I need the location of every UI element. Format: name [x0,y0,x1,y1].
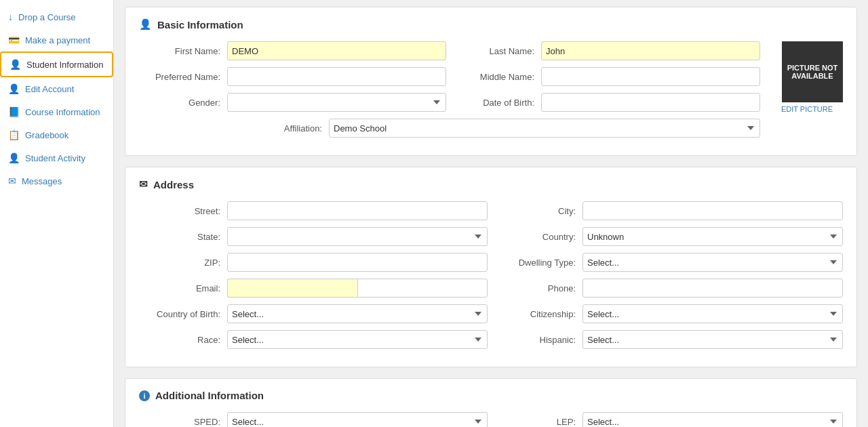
email-split-input [227,279,488,298]
student-picture: PICTURE NOT AVAILABLE [782,41,843,102]
last-name-input[interactable] [541,41,760,60]
messages-icon: ✉ [8,176,16,186]
dob-group: Date of Birth: [453,93,760,112]
email-input-right[interactable] [357,279,488,298]
citizenship-group: Citizenship: Select... [494,304,843,323]
phone-input[interactable] [583,279,843,298]
sidebar-item-label: Make a payment [25,35,90,45]
edit-picture-link[interactable]: EDIT PICTURE [781,105,833,113]
preferred-name-group: Preferred Name: [139,67,446,86]
basic-info-title: 👤 Basic Information [139,18,843,30]
zip-input[interactable] [227,253,488,272]
course-info-icon: 📘 [8,106,20,117]
email-phone-row: Email: Phone: [139,279,843,298]
dob-input[interactable] [541,93,760,112]
first-name-input[interactable] [227,41,446,60]
gender-group: Gender: Male Female [139,93,446,112]
sidebar-item-make-payment[interactable]: 💳 Make a payment [0,28,113,52]
middle-name-group: Middle Name: [453,67,760,86]
middle-name-input[interactable] [541,67,760,86]
sidebar: ↓ Drop a Course 💳 Make a payment 👤 Stude… [0,0,114,427]
city-label: City: [494,206,583,216]
sidebar-item-label: Student Information [26,60,103,70]
address-section: ✉ Address Street: City: State: Cou [125,167,857,367]
student-activity-icon: 👤 [8,152,20,163]
dwelling-select[interactable]: Select... [583,253,843,272]
additional-info-title: i Additional Information [139,390,843,401]
sidebar-item-label: Course Information [25,107,100,117]
zip-group: ZIP: [139,253,488,272]
email-label: Email: [139,283,227,293]
zip-dwelling-row: ZIP: Dwelling Type: Select... [139,253,843,272]
country-select[interactable]: Unknown [583,227,843,246]
basic-info-top: First Name: Last Name: Preferred Name: [139,41,843,144]
lep-group: LEP: Select... [494,412,843,427]
last-name-group: Last Name: [453,41,760,60]
state-select[interactable] [227,227,488,246]
address-icon: ✉ [139,178,148,190]
sidebar-item-drop-course[interactable]: ↓ Drop a Course [0,5,113,28]
edit-account-icon: 👤 [8,83,20,94]
first-name-group: First Name: [139,41,446,60]
lep-label: LEP: [494,417,583,427]
hispanic-select[interactable]: Select... [583,330,843,349]
dwelling-group: Dwelling Type: Select... [494,253,843,272]
dob-label: Date of Birth: [453,98,541,108]
sidebar-item-course-information[interactable]: 📘 Course Information [0,100,113,123]
payment-icon: 💳 [8,35,20,45]
email-group: Email: [139,279,488,298]
basic-info-section: 👤 Basic Information First Name: Last Nam… [125,7,857,156]
sidebar-item-gradebook[interactable]: 📋 Gradebook [0,123,113,146]
main-content: 👤 Basic Information First Name: Last Nam… [114,0,868,427]
dwelling-label: Dwelling Type: [494,258,583,268]
city-input[interactable] [583,201,843,220]
phone-label: Phone: [494,283,583,293]
sidebar-item-student-information[interactable]: 👤 Student Information [0,52,113,77]
sped-label: SPED: [139,417,227,427]
lep-select[interactable]: Select... [583,412,843,427]
middle-name-label: Middle Name: [453,72,541,82]
sidebar-item-label: Gradebook [25,130,68,140]
country-birth-label: Country of Birth: [139,309,227,319]
last-name-label: Last Name: [453,46,541,56]
sped-group: SPED: Select... [139,412,488,427]
sidebar-item-label: Student Activity [25,153,85,163]
citizenship-select[interactable]: Select... [583,304,843,323]
name-row: First Name: Last Name: [139,41,760,60]
gender-select[interactable]: Male Female [227,93,446,112]
gender-dob-row: Gender: Male Female Date of Birth: [139,93,760,112]
affiliation-select[interactable]: Demo School [329,119,760,138]
street-city-row: Street: City: [139,201,843,220]
sidebar-item-edit-account[interactable]: 👤 Edit Account [0,77,113,100]
zip-label: ZIP: [139,258,227,268]
preferred-middle-row: Preferred Name: Middle Name: [139,67,760,86]
sidebar-item-messages[interactable]: ✉ Messages [0,169,113,192]
country-birth-select[interactable]: Select... [227,304,488,323]
race-select[interactable]: Select... [227,330,488,349]
gender-label: Gender: [139,98,227,108]
state-label: State: [139,232,227,242]
email-input-left[interactable] [227,279,357,298]
affiliation-row: Affiliation: Demo School [139,119,760,138]
sped-select[interactable]: Select... [227,412,488,427]
citizenship-label: Citizenship: [494,309,583,319]
affiliation-label: Affiliation: [139,123,329,134]
country-group: Country: Unknown [494,227,843,246]
phone-group: Phone: [494,279,843,298]
race-label: Race: [139,335,227,345]
street-group: Street: [139,201,488,220]
picture-container: PICTURE NOT AVAILABLE EDIT PICTURE [771,41,843,113]
sidebar-item-student-activity[interactable]: 👤 Student Activity [0,146,113,169]
additional-info-section: i Additional Information SPED: Select...… [125,378,857,427]
state-group: State: [139,227,488,246]
basic-info-fields: First Name: Last Name: Preferred Name: [139,41,760,144]
hispanic-group: Hispanic: Select... [494,330,843,349]
preferred-name-input[interactable] [227,67,446,86]
student-info-icon: 👤 [9,59,21,70]
city-group: City: [494,201,843,220]
address-title: ✉ Address [139,178,843,190]
race-group: Race: Select... [139,330,488,349]
sidebar-item-label: Edit Account [25,84,74,94]
street-input[interactable] [227,201,488,220]
info-icon: i [139,390,150,401]
